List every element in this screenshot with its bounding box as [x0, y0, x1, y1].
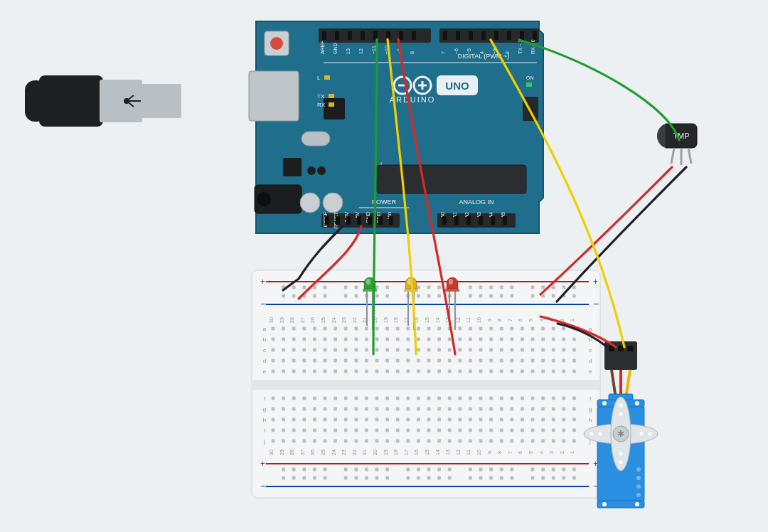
svg-rect-287 — [406, 370, 410, 373]
svg-rect-33 — [520, 31, 524, 40]
svg-rect-443 — [572, 349, 576, 352]
svg-rect-447 — [572, 370, 576, 373]
svg-rect-236 — [354, 429, 358, 432]
svg-rect-190 — [313, 397, 316, 400]
svg-rect-25 — [399, 31, 403, 40]
svg-rect-90 — [479, 294, 483, 298]
svg-line-461 — [671, 148, 674, 164]
svg-rect-397 — [521, 370, 524, 373]
svg-rect-228 — [344, 440, 348, 443]
rail-plus-symbol: + — [260, 277, 265, 287]
svg-rect-98 — [572, 294, 576, 298]
svg-rect-331 — [458, 338, 462, 341]
svg-rect-286 — [406, 429, 410, 432]
row-letter: j — [263, 438, 265, 445]
svg-rect-440 — [572, 397, 576, 400]
column-number: 17 — [404, 449, 409, 455]
tmp-sensor[interactable]: TMP — [657, 124, 697, 165]
svg-rect-391 — [521, 338, 524, 341]
pin-label: TX→1 — [518, 40, 523, 54]
svg-rect-466 — [627, 346, 633, 351]
svg-rect-438 — [562, 440, 565, 443]
svg-rect-226 — [344, 429, 348, 432]
svg-rect-129 — [344, 477, 348, 480]
svg-rect-183 — [302, 349, 306, 352]
svg-rect-32 — [507, 31, 511, 40]
svg-rect-330 — [458, 397, 462, 400]
svg-rect-301 — [427, 338, 431, 341]
svg-rect-86 — [427, 294, 431, 298]
svg-rect-358 — [479, 440, 483, 443]
svg-rect-403 — [531, 349, 535, 352]
column-number: 25 — [321, 317, 326, 323]
svg-rect-240 — [365, 397, 368, 400]
column-number: 2 — [560, 451, 565, 454]
usb-b-port[interactable] — [249, 71, 299, 121]
svg-point-484 — [649, 432, 652, 436]
svg-rect-258 — [375, 440, 379, 443]
svg-rect-374 — [500, 418, 503, 422]
svg-rect-336 — [458, 429, 462, 432]
svg-rect-29 — [469, 31, 473, 40]
svg-rect-211 — [334, 338, 337, 341]
svg-rect-255 — [375, 359, 379, 363]
svg-rect-285 — [406, 359, 410, 363]
svg-rect-235 — [354, 359, 358, 363]
row-letter: d — [589, 358, 592, 364]
svg-rect-96 — [552, 294, 555, 298]
svg-rect-44 — [466, 216, 471, 225]
pin-label: ~5 — [466, 48, 471, 54]
svg-rect-181 — [302, 338, 306, 341]
svg-rect-420 — [552, 397, 555, 400]
svg-rect-284 — [406, 418, 410, 422]
svg-rect-316 — [437, 429, 441, 432]
led-on — [526, 83, 532, 87]
svg-rect-442 — [572, 408, 576, 411]
svg-rect-175 — [292, 359, 296, 363]
svg-rect-153 — [272, 349, 275, 352]
svg-rect-203 — [324, 349, 327, 352]
svg-rect-373 — [500, 349, 503, 352]
svg-rect-432 — [562, 408, 565, 411]
svg-rect-322 — [448, 408, 452, 411]
svg-rect-117 — [500, 468, 503, 472]
circuit-canvas[interactable]: UNO ARDUINO L TX RX ON DIGITAL (PWM ~) P… — [0, 0, 768, 532]
svg-rect-393 — [521, 349, 524, 352]
svg-rect-172 — [292, 408, 296, 411]
svg-rect-12 — [302, 132, 330, 146]
wire-tmp-vcc[interactable] — [540, 167, 672, 294]
svg-point-486 — [619, 413, 623, 416]
svg-rect-100 — [292, 468, 296, 472]
svg-rect-381 — [510, 338, 513, 341]
svg-point-475 — [635, 401, 639, 405]
svg-rect-337 — [458, 370, 462, 373]
svg-rect-206 — [324, 429, 327, 432]
svg-rect-166 — [282, 429, 285, 432]
rail-minus-symbol: − — [260, 480, 266, 491]
svg-rect-111 — [427, 468, 431, 472]
svg-rect-398 — [521, 440, 524, 443]
svg-rect-167 — [282, 370, 285, 373]
row-letter: e — [589, 368, 592, 375]
svg-rect-30 — [481, 31, 486, 40]
usb-cable[interactable] — [25, 75, 181, 127]
svg-rect-329 — [458, 327, 462, 331]
svg-rect-353 — [479, 349, 483, 352]
svg-rect-362 — [489, 408, 493, 411]
svg-rect-431 — [562, 338, 565, 341]
svg-rect-71 — [552, 286, 555, 289]
svg-rect-105 — [354, 468, 358, 472]
svg-point-477 — [635, 502, 639, 506]
rail-minus-symbol: − — [593, 298, 599, 309]
svg-rect-427 — [552, 370, 555, 373]
svg-rect-317 — [437, 370, 441, 373]
reset-button[interactable] — [265, 31, 289, 55]
svg-rect-349 — [479, 327, 483, 331]
breadboard[interactable]: + − + − + − + − 303029292828272726262525… — [252, 270, 600, 498]
svg-rect-142 — [500, 477, 503, 480]
svg-rect-372 — [500, 408, 503, 411]
wire-tmp-gnd[interactable] — [557, 167, 686, 302]
svg-rect-94 — [531, 294, 535, 298]
svg-rect-130 — [354, 477, 358, 480]
svg-rect-395 — [521, 359, 524, 363]
